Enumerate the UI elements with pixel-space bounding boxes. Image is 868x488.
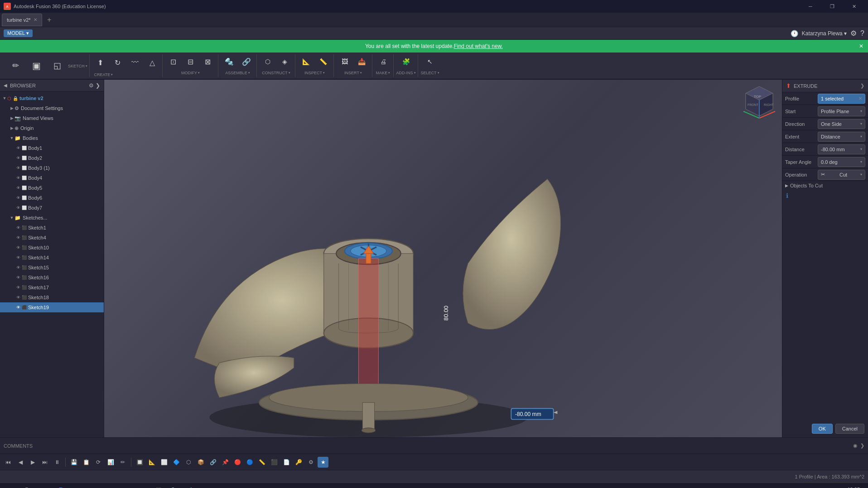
minimize-button[interactable]: ─ [800,0,821,13]
tree-item-doc-settings[interactable]: ▶ ⚙ Document Settings [0,103,104,113]
sweep-button[interactable]: 〰 [127,54,143,71]
finish-sketch-button[interactable]: ▣ [26,54,46,77]
edit-button[interactable]: ✏ [117,457,128,468]
tree-item-sketches[interactable]: ▼ 📁 Sketches... [0,213,104,223]
chrome-app[interactable]: ◉ [85,484,101,488]
assemble-label[interactable]: ASSEMBLE▾ [225,70,250,75]
blue-btn[interactable]: 🔵 [244,457,255,468]
objects-to-cut-section[interactable]: ▶ Objects To Cut [782,181,868,190]
start-button[interactable]: ⊞ [4,484,20,488]
create-sketch-button[interactable]: ✏ [5,54,25,77]
add-tab-button[interactable]: + [44,14,55,25]
tree-item-sketch16[interactable]: 👁 ⬛ Sketch16 [0,273,104,282]
ruler-button[interactable]: 📏 [256,457,267,468]
restore-button[interactable]: ❐ [822,0,843,13]
comments-collapse-icon[interactable]: ❯ [860,443,864,449]
assemble-btn2[interactable]: 🔗 [238,54,255,69]
data-button[interactable]: 📊 [105,457,116,468]
viewport[interactable]: -80.00 mm 80.00 T [104,80,782,437]
tree-item-sketch4[interactable]: 👁 ⬛ Sketch4 [0,233,104,243]
tree-item-body7[interactable]: 👁 ⬜ Body7 [0,203,104,213]
profile-value[interactable]: 1 selected ✕ [818,94,865,104]
sketch-label[interactable]: SKETCH ▾ [68,63,87,68]
account-icon[interactable]: ⚙ [850,29,857,38]
tree-item-body4[interactable]: 👁 ⬜ Body4 [0,173,104,183]
tree-item-sketch19[interactable]: 👁 ⬛ Sketch19 [0,302,104,312]
close-button[interactable]: ✕ [844,0,864,13]
timeline-play-button[interactable]: ▶ [27,457,38,468]
tree-item-sketch17[interactable]: 👁 ⬛ Sketch17 [0,282,104,292]
addins-btn1[interactable]: 🧩 [398,54,414,69]
direction-dropdown[interactable]: One Side ▾ [818,119,865,129]
construct-label[interactable]: CONSTRUCT▾ [262,70,290,75]
sketch-dim-button[interactable]: ◱ [47,54,67,77]
inspect-label[interactable]: INSPECT▾ [304,70,325,75]
profile-clear-button[interactable]: ✕ [858,96,862,101]
key-button[interactable]: 🔑 [293,457,304,468]
browser-expand-icon[interactable]: ◀ [4,83,7,88]
revolve-button[interactable]: ↻ [110,54,126,71]
app3[interactable]: 📱 [150,484,167,488]
gear-button[interactable]: ⚙ [305,457,316,468]
insert-btn1[interactable]: 🖼 [337,54,353,69]
hex-button[interactable]: ⬡ [183,457,194,468]
create-label[interactable]: CREATE ▾ [92,72,113,77]
fusion-app[interactable]: 🔧 [167,484,183,488]
app4[interactable]: 📋 [183,484,199,488]
make-btn1[interactable]: 🖨 [375,54,391,69]
panel-collapse-button[interactable]: ❯ [860,83,864,89]
save-button-bottom[interactable]: 💾 [68,457,79,468]
task-view-button[interactable]: ⧉ [36,484,53,488]
tree-item-body1[interactable]: 👁 ⬜ Body1 [0,143,104,153]
tree-item-sketch10[interactable]: 👁 ⬛ Sketch10 [0,243,104,253]
help-icon[interactable]: ? [860,29,864,38]
rect-button[interactable]: 🔲 [134,457,145,468]
insert-label[interactable]: INSERT▾ [344,70,362,75]
doc-button[interactable]: 📄 [281,457,292,468]
star-button[interactable]: ★ [318,457,328,468]
notification-link[interactable]: Find out what's new. [454,43,503,49]
settings-app[interactable]: ⚙ [101,484,118,488]
search-button[interactable]: 🔍 [20,484,36,488]
inspect-btn1[interactable]: 📐 [298,54,314,69]
pin-button[interactable]: 📌 [220,457,231,468]
modify-label[interactable]: MODIFY▾ [181,70,200,75]
inspect-btn2[interactable]: 📏 [315,54,332,69]
tree-item-sketch18[interactable]: 👁 ⬛ Sketch18 [0,292,104,302]
black-rect-button[interactable]: ⬛ [269,457,280,468]
refresh-button[interactable]: ⟳ [93,457,104,468]
addins-label[interactable]: ADD-INS▾ [396,70,416,75]
tree-item-sketch15[interactable]: 👁 ⬛ Sketch15 [0,263,104,273]
tree-item-named-views[interactable]: ▶ 📷 Named Views [0,113,104,123]
distance-input[interactable]: -80.00 mm ▾ [818,144,865,154]
notification-close[interactable]: ✕ [859,43,863,49]
blue-diamond-button[interactable]: 🔷 [171,457,182,468]
modify-btn2[interactable]: ⊟ [183,54,199,69]
select-btn1[interactable]: ↖ [422,54,438,69]
cancel-button[interactable]: Cancel [835,424,864,434]
extent-dropdown[interactable]: Distance ▾ [818,132,865,142]
operation-dropdown[interactable]: ✂ Cut ▾ [818,170,865,180]
info-icon[interactable]: ℹ [786,192,788,199]
app2[interactable]: 🏎 [134,484,150,488]
timeline-prev-button[interactable]: ◀ [15,457,26,468]
measure-button[interactable]: 📐 [146,457,157,468]
tree-item-body3[interactable]: 👁 ⬜ Body3 (1) [0,163,104,173]
copy-button[interactable]: 📋 [81,457,92,468]
assemble-btn1[interactable]: 🔩 [221,54,237,69]
edge-app[interactable]: 🌐 [53,484,69,488]
construct-btn2[interactable]: ◈ [277,54,293,69]
tree-item-body2[interactable]: 👁 ⬜ Body2 [0,153,104,163]
modify-btn1[interactable]: ⊡ [165,54,182,69]
timeline-pause-button[interactable]: ⏸ [52,457,63,468]
tree-item-body5[interactable]: 👁 ⬜ Body5 [0,183,104,193]
loft-button[interactable]: △ [144,54,160,71]
view-cube[interactable]: TOP FRONT RIGHT [741,84,777,120]
tree-item-bodies[interactable]: ▼ 📁 Bodies [0,133,104,143]
taper-input[interactable]: 0.0 deg ▾ [818,157,865,167]
box-button[interactable]: 📦 [195,457,206,468]
close-tab-button[interactable]: ✕ [34,17,37,22]
timeline-start-button[interactable]: ⏮ [3,457,14,468]
link-button[interactable]: 🔗 [207,457,218,468]
make-label[interactable]: MAKE▾ [376,70,391,75]
